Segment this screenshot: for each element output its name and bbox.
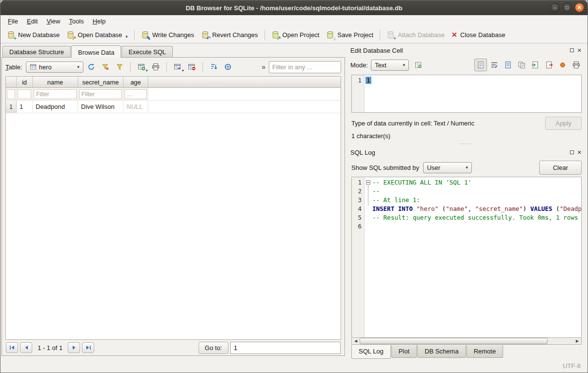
- goto-record-input[interactable]: [230, 342, 341, 354]
- scroll-left-icon[interactable]: ◀: [352, 338, 360, 344]
- filter-input-secret-name[interactable]: [79, 89, 122, 99]
- previous-record-button[interactable]: [20, 342, 32, 353]
- export-cell-button[interactable]: [543, 59, 555, 71]
- dock-close-icon[interactable]: ✕: [577, 48, 582, 53]
- menu-view[interactable]: View: [42, 16, 64, 26]
- cell-editor[interactable]: 1 1: [351, 75, 582, 113]
- filter-any-column-input[interactable]: [269, 61, 341, 73]
- open-project-button[interactable]: ↗ Open Project: [268, 29, 323, 41]
- tab-execute-sql[interactable]: Execute SQL: [122, 46, 173, 57]
- maximize-icon[interactable]: ▢: [563, 3, 572, 12]
- new-database-button[interactable]: + New Database: [3, 29, 63, 41]
- log-line: -- EXECUTING ALL IN 'SQL 1': [372, 178, 581, 187]
- text-mode-button[interactable]: [474, 59, 487, 71]
- write-changes-label: Write Changes: [152, 31, 194, 39]
- open-database-button[interactable]: ↗ Open Database ▾: [63, 29, 131, 41]
- menu-help[interactable]: Help: [88, 16, 110, 26]
- toolbar-separator: [130, 62, 131, 72]
- dock-float-icon[interactable]: [570, 48, 574, 52]
- dock-float-icon[interactable]: [570, 150, 574, 154]
- text-document-icon: [477, 61, 485, 69]
- minimize-icon[interactable]: –: [550, 3, 560, 12]
- cell-secret-name[interactable]: Dive Wilson: [78, 101, 123, 113]
- column-header-age[interactable]: age: [123, 77, 148, 87]
- attach-database-button[interactable]: + Attach Database: [383, 29, 448, 41]
- grid-empty-area[interactable]: [6, 113, 341, 339]
- cell-editor-content[interactable]: 1: [365, 75, 372, 112]
- print-cell-button[interactable]: [570, 59, 583, 71]
- cell-id[interactable]: 1: [17, 101, 33, 113]
- clear-filters-button[interactable]: [99, 61, 112, 73]
- tab-database-structure[interactable]: Database Structure: [2, 46, 71, 57]
- scrollbar-track[interactable]: [360, 338, 573, 344]
- word-wrap-button[interactable]: [488, 59, 501, 71]
- close-icon[interactable]: ✕: [575, 3, 584, 12]
- new-record-button[interactable]: ▾: [135, 61, 148, 73]
- title-bar[interactable]: DB Browser for SQLite - /home/user/code/…: [0, 0, 588, 15]
- log-line-number: 1: [352, 178, 362, 187]
- goto-button[interactable]: Go to:: [199, 342, 228, 354]
- dock-tab-remote[interactable]: Remote: [466, 345, 504, 358]
- cell-type-info: Type of data currently in cell: Text / N…: [351, 120, 474, 127]
- fold-guide-line: [368, 185, 368, 206]
- mode-select[interactable]: Text ▾: [371, 60, 409, 71]
- sql-source-select[interactable]: User ▾: [423, 162, 472, 173]
- fold-collapse-icon[interactable]: [366, 180, 370, 185]
- import-data-button[interactable]: [412, 59, 425, 71]
- menu-tools[interactable]: Tools: [64, 16, 88, 26]
- column-header-secret-name[interactable]: secret_name: [78, 77, 123, 87]
- first-record-button[interactable]: [6, 342, 18, 353]
- print-button[interactable]: [149, 61, 162, 73]
- row-header[interactable]: 1: [6, 101, 17, 113]
- filter-button[interactable]: [113, 61, 126, 73]
- corner-header-cell[interactable]: [6, 77, 17, 87]
- sql-log-hscrollbar[interactable]: ◀ ▶: [351, 337, 582, 345]
- open-in-editor-button[interactable]: [502, 59, 514, 71]
- column-header-id[interactable]: id: [17, 77, 33, 87]
- sql-log-editor[interactable]: 123456 -- EXECUTING ALL IN 'SQL 1'---- A…: [351, 177, 582, 337]
- filter-input-age[interactable]: [124, 89, 147, 99]
- last-record-button[interactable]: [82, 342, 94, 353]
- menu-bar: File Edit View Tools Help: [0, 15, 588, 27]
- cell-name[interactable]: Deadpond: [33, 101, 78, 113]
- save-project-button[interactable]: ↓ Save Project: [323, 29, 377, 41]
- dock-tab-db-schema[interactable]: DB Schema: [417, 345, 466, 358]
- next-record-button[interactable]: [68, 342, 80, 353]
- filter-input-id[interactable]: [7, 89, 15, 99]
- dock-tab-sql-log[interactable]: SQL Log: [351, 345, 391, 359]
- table-select[interactable]: hero ▾: [26, 62, 83, 73]
- tab-browse-data[interactable]: Browse Data: [71, 45, 121, 58]
- write-changes-button[interactable]: ✎ Write Changes: [138, 29, 198, 41]
- import-cell-button[interactable]: [529, 59, 542, 71]
- sort-button[interactable]: [207, 61, 220, 73]
- column-header-name[interactable]: name: [33, 77, 78, 87]
- dock-close-icon[interactable]: ✕: [577, 150, 582, 155]
- open-database-dropdown-icon[interactable]: ▾: [125, 34, 128, 39]
- plus-badge-icon: +: [393, 36, 396, 41]
- overflow-chevron-icon[interactable]: »: [260, 63, 267, 71]
- apply-button[interactable]: Apply: [545, 117, 582, 130]
- menu-file[interactable]: File: [3, 16, 22, 26]
- filter-input-name[interactable]: [34, 89, 77, 99]
- cell-age[interactable]: NULL: [123, 101, 148, 113]
- filter-input-id[interactable]: [18, 89, 31, 99]
- set-null-button[interactable]: [556, 59, 569, 71]
- dock-resize-handle[interactable]: ⋯⋯: [347, 141, 586, 146]
- export-records-button[interactable]: ▾: [171, 61, 184, 73]
- left-pane: Database Structure Browse Data Execute S…: [1, 44, 345, 359]
- revert-changes-icon: ↶: [201, 31, 209, 39]
- dock-tab-plot[interactable]: Plot: [391, 345, 417, 358]
- menu-edit[interactable]: Edit: [22, 16, 42, 26]
- delete-record-button[interactable]: [185, 61, 198, 73]
- header-filler: [148, 77, 341, 87]
- revert-changes-button[interactable]: ↶ Revert Changes: [198, 29, 262, 41]
- close-database-button[interactable]: ✕ Close Database: [448, 29, 508, 41]
- filter-row-header: [6, 88, 17, 100]
- export-records-icon: [174, 63, 182, 71]
- scroll-right-icon[interactable]: ▶: [573, 338, 581, 344]
- clear-log-button[interactable]: Clear: [539, 161, 582, 175]
- goto-record-button[interactable]: [222, 61, 234, 73]
- scrollbar-thumb[interactable]: [360, 338, 547, 344]
- refresh-button[interactable]: [85, 61, 98, 73]
- copy-button[interactable]: [515, 59, 528, 71]
